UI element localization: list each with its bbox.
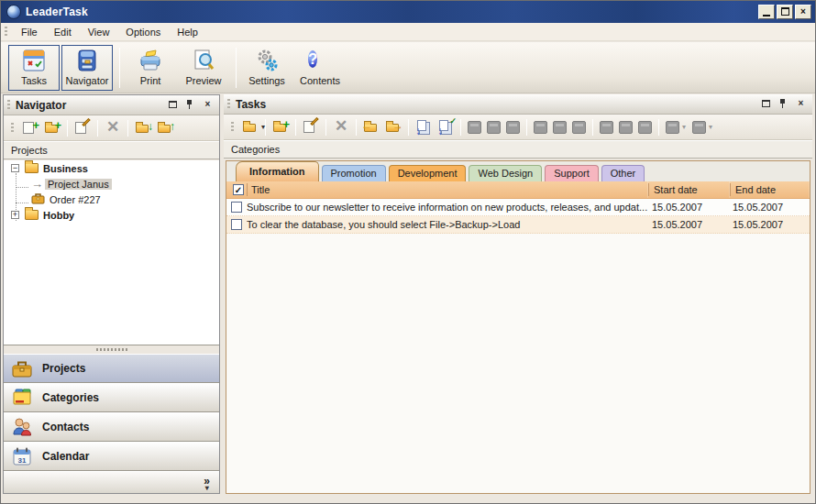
tasks-toolbar-grip[interactable] [231, 122, 234, 133]
navigator-toolbar: + + ✕ ↓ ↑ [4, 115, 219, 141]
disabled-tool-icon [692, 121, 706, 134]
task-title[interactable]: To clear the database, you should select… [247, 219, 647, 230]
menu-help[interactable]: Help [169, 25, 206, 39]
stack-button-calendar[interactable]: 31 Calendar [4, 442, 219, 471]
tasks-icon [21, 48, 47, 73]
menu-edit[interactable]: Edit [46, 25, 80, 39]
tab-information[interactable]: Information [236, 161, 319, 181]
tasks-pin-button[interactable] [778, 98, 790, 110]
task-checkbox[interactable] [231, 202, 242, 213]
tasks-caption[interactable]: Tasks × [224, 94, 812, 115]
preview-toolbar-label: Preview [185, 75, 221, 86]
tasks-caption-grip[interactable] [227, 99, 230, 110]
fill-down-icon[interactable]: ↓ [414, 118, 433, 137]
contents-toolbar-button[interactable]: ? Contents [294, 45, 346, 91]
stack-button-contacts[interactable]: Contacts [4, 412, 219, 442]
projects-tree[interactable]: − Business → Project Janus Order #227 [4, 160, 219, 345]
tasks-close-button[interactable]: × [795, 98, 807, 110]
help-contents-icon: ? [307, 48, 333, 73]
settings-toolbar-button[interactable]: Settings [241, 45, 292, 91]
tree-item-order-227[interactable]: Order #227 [4, 192, 219, 207]
menu-options[interactable]: Options [117, 25, 169, 39]
task-grid-header[interactable]: ✓ Title Start date End date [226, 181, 810, 199]
navigator-panel: Navigator × + + ✕ ↓ ↑ Projects [3, 94, 220, 494]
task-checkbox[interactable] [231, 219, 242, 230]
navigator-toolbar-grip[interactable] [11, 123, 14, 134]
navigator-toolbar-button[interactable]: Navigator [61, 45, 113, 91]
stack-button-projects[interactable]: Projects [4, 354, 219, 383]
task-start-date: 15.05.2007 [647, 219, 728, 230]
contacts-icon [11, 416, 33, 438]
stack-label-contacts: Contacts [42, 421, 89, 433]
add-folder-icon[interactable]: + [43, 119, 61, 137]
print-icon [138, 48, 163, 73]
stack-label-calendar: Calendar [42, 450, 89, 463]
main-toolbar: Tasks Navigator [1, 42, 815, 93]
edit-task-icon[interactable] [302, 118, 320, 137]
settings-icon [254, 48, 280, 73]
panel-splitter-handle[interactable] [4, 345, 219, 354]
tree-item-hobby[interactable]: + Hobby [4, 207, 219, 223]
settings-toolbar-label: Settings [248, 75, 285, 86]
folder-icon [25, 210, 39, 220]
tree-item-project-janus[interactable]: → Project Janus [4, 176, 219, 192]
folder-down-icon[interactable]: ↓ [134, 119, 152, 137]
chevron-down-icon: ▾ [204, 485, 210, 492]
minimize-icon [763, 15, 770, 16]
pin-icon [778, 98, 787, 109]
toolbar-separator [325, 119, 326, 136]
preview-toolbar-button[interactable]: Preview [178, 45, 229, 91]
tasks-maximize-button[interactable] [762, 98, 774, 110]
tree-item-business[interactable]: − Business [4, 160, 219, 176]
navigator-toolbar-label: Navigator [65, 75, 108, 86]
preview-icon [191, 48, 216, 73]
tab-development[interactable]: Development [389, 165, 467, 181]
column-header-title[interactable]: Title [248, 181, 648, 198]
edit-icon[interactable] [73, 119, 92, 137]
folder-up-icon[interactable]: ↑ [156, 119, 174, 137]
print-toolbar-button[interactable]: Print [125, 45, 176, 91]
task-end-date: 15.05.2007 [728, 219, 807, 230]
projects-section-bar: Projects [4, 141, 219, 159]
stack-button-categories[interactable]: Categories [4, 383, 219, 412]
column-header-start-date[interactable]: Start date [649, 181, 730, 198]
menu-file[interactable]: File [13, 25, 46, 39]
tasks-panel: Tasks × ▾ + ✕ ← → ↓ ↓✓ [224, 94, 812, 494]
title-bar[interactable]: LeaderTask × [1, 1, 815, 23]
task-title[interactable]: Subscribe to our newsletter to receive i… [247, 202, 647, 213]
navigator-caption[interactable]: Navigator × [4, 95, 219, 115]
open-folder-menu-icon[interactable]: ▾ [241, 118, 259, 137]
navigator-caption-grip[interactable] [7, 100, 10, 111]
menu-grip[interactable] [5, 27, 7, 38]
navigator-close-button[interactable]: × [202, 99, 214, 111]
select-all-checkbox[interactable]: ✓ [233, 184, 244, 195]
menu-view[interactable]: View [80, 25, 118, 39]
window-title: LeaderTask [26, 5, 88, 18]
tab-web-design[interactable]: Web Design [469, 165, 542, 181]
navigator-pin-button[interactable] [185, 99, 197, 111]
task-row[interactable]: Subscribe to our newsletter to receive i… [226, 199, 810, 216]
print-toolbar-label: Print [140, 75, 161, 86]
tab-promotion[interactable]: Promotion [322, 165, 386, 181]
tab-support[interactable]: Support [545, 165, 599, 181]
new-task-icon[interactable]: + [271, 118, 290, 137]
delete-icon[interactable]: ✕ [104, 119, 122, 137]
move-prev-icon[interactable]: ← [362, 118, 380, 137]
maximize-button[interactable] [777, 5, 793, 19]
expand-icon[interactable]: + [11, 211, 19, 219]
fill-down-check-icon[interactable]: ↓✓ [436, 118, 455, 137]
navigator-maximize-button[interactable] [169, 99, 181, 111]
minimize-button[interactable] [758, 5, 775, 19]
stack-overflow-button[interactable]: » ▾ [204, 477, 210, 492]
navigator-footer: » ▾ [4, 471, 219, 493]
projects-section-label: Projects [11, 145, 48, 156]
close-button[interactable]: × [795, 5, 811, 19]
collapse-icon[interactable]: − [11, 164, 19, 172]
disabled-tool-icon [666, 121, 679, 134]
tasks-toolbar-button[interactable]: Tasks [8, 45, 60, 91]
move-next-icon[interactable]: → [384, 118, 402, 137]
column-header-end-date[interactable]: End date [731, 181, 810, 198]
task-row[interactable]: To clear the database, you should select… [226, 216, 810, 234]
add-task-icon[interactable]: + [21, 119, 39, 137]
tab-other[interactable]: Other [601, 165, 645, 181]
